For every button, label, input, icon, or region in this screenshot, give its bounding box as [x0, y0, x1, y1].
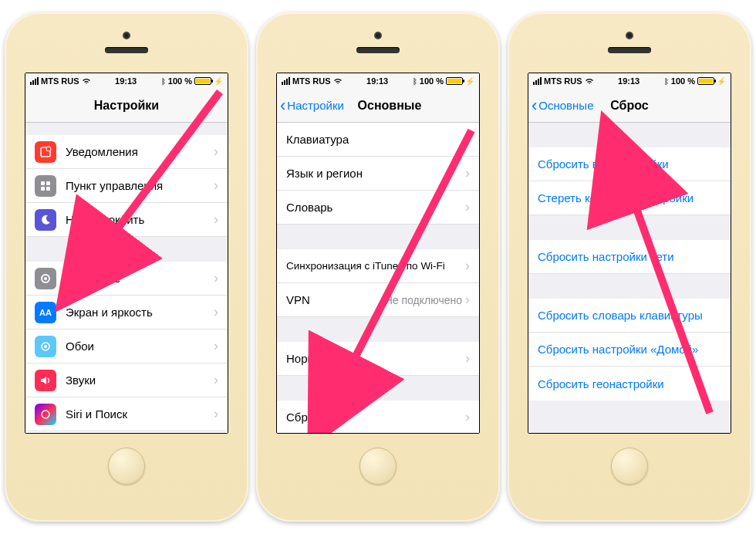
screen-3: MTS RUS 19:13 ᛒ 100 % ⚡ ‹Основные Сброс …	[528, 73, 731, 434]
row-reset-keyboard[interactable]: Сбросить словарь клавиатуры	[528, 299, 731, 333]
row-touchid[interactable]: Touch ID и код-пароль ›	[25, 431, 228, 433]
home-button[interactable]	[611, 448, 648, 485]
row-label: Основные	[66, 272, 214, 285]
chevron-right-icon: ›	[465, 292, 470, 308]
row-label: Клавиатура	[286, 133, 465, 146]
status-bar: MTS RUS 19:13 ᛒ 100 % ⚡	[277, 73, 479, 89]
chevron-right-icon: ›	[214, 270, 218, 286]
svg-rect-5	[46, 187, 50, 191]
row-keyboard[interactable]: Клавиатура ›	[277, 123, 479, 157]
phone-frame-3: MTS RUS 19:13 ᛒ 100 % ⚡ ‹Основные Сброс …	[508, 12, 751, 522]
status-time: 19:13	[618, 76, 640, 86]
wifi-icon	[585, 77, 594, 85]
chevron-right-icon: ›	[465, 165, 470, 181]
phone-frame-2: MTS RUS 19:13 ᛒ 100 % ⚡ ‹Настройки Основ…	[256, 12, 500, 522]
chevron-right-icon: ›	[465, 350, 470, 367]
row-display[interactable]: AA Экран и яркость ›	[25, 296, 228, 330]
earpiece	[356, 47, 400, 53]
row-label: Сбросить настройки сети	[538, 250, 721, 263]
siri-icon	[35, 404, 56, 425]
status-right: ᛒ 100 % ⚡	[413, 76, 474, 86]
row-regulatory[interactable]: Нормативы ›	[277, 342, 479, 376]
row-vpn[interactable]: VPN Не подключено ›	[277, 283, 479, 317]
bluetooth-icon: ᛒ	[664, 77, 669, 86]
home-button[interactable]	[108, 448, 145, 485]
status-bar: MTS RUS 19:13 ᛒ 100 % ⚡	[25, 73, 228, 89]
status-left: MTS RUS	[533, 76, 594, 86]
camera-dot	[374, 32, 382, 39]
chevron-right-icon: ›	[214, 211, 218, 228]
svg-rect-2	[41, 181, 45, 185]
row-reset-location[interactable]: Сбросить геонастройки	[528, 367, 731, 400]
navbar: ‹Основные Сброс	[528, 89, 731, 123]
phone-top	[508, 12, 751, 73]
back-label: Основные	[538, 99, 593, 112]
general-list: Клавиатура › Язык и регион › Словарь › С…	[277, 123, 479, 433]
page-title: Настройки	[25, 99, 228, 113]
row-label: Сбросить все настройки	[538, 157, 721, 171]
settings-list: Уведомления › Пункт управления › Не бесп…	[25, 123, 228, 433]
row-itunes-wifi[interactable]: Синхронизация с iTunes по Wi-Fi ›	[277, 249, 479, 283]
row-reset[interactable]: Сброс ›	[277, 400, 479, 433]
back-button[interactable]: ‹Настройки	[277, 99, 344, 112]
row-label: Сбросить настройки «Домой»	[538, 343, 721, 356]
chevron-right-icon: ›	[214, 304, 218, 320]
row-sounds[interactable]: Звуки ›	[25, 363, 228, 397]
signal-icon	[282, 77, 290, 85]
camera-dot	[626, 32, 633, 39]
svg-rect-4	[41, 187, 45, 191]
battery-icon	[446, 77, 463, 85]
row-label: Нормативы	[286, 352, 465, 365]
status-time: 19:13	[366, 76, 388, 86]
row-language[interactable]: Язык и регион ›	[277, 157, 479, 191]
chevron-right-icon: ›	[465, 131, 470, 147]
battery-icon	[194, 77, 211, 85]
row-control-center[interactable]: Пункт управления ›	[25, 169, 228, 203]
wifi-icon	[333, 77, 343, 85]
wallpaper-icon	[35, 336, 56, 357]
row-notifications[interactable]: Уведомления ›	[25, 135, 228, 169]
status-right: ᛒ 100 % ⚡	[664, 76, 726, 86]
row-wallpaper[interactable]: Обои ›	[25, 330, 228, 363]
row-label: Язык и регион	[286, 167, 465, 180]
chevron-right-icon: ›	[214, 338, 218, 354]
row-label: Сброс	[286, 411, 465, 424]
row-label: VPN	[286, 293, 385, 306]
charging-icon: ⚡	[214, 77, 223, 86]
phone-frame-1: MTS RUS 19:13 ᛒ 100 % ⚡ Настройки	[5, 12, 248, 522]
row-label: Синхронизация с iTunes по Wi-Fi	[286, 260, 465, 272]
status-left: MTS RUS	[30, 76, 91, 86]
row-do-not-disturb[interactable]: Не беспокоить ›	[25, 203, 228, 237]
battery-text: 100 %	[168, 76, 192, 86]
row-siri[interactable]: Siri и Поиск ›	[25, 397, 228, 431]
row-reset-all[interactable]: Сбросить все настройки	[528, 147, 731, 181]
svg-rect-3	[46, 181, 50, 185]
row-label: Siri и Поиск	[66, 407, 214, 421]
row-label: Пункт управления	[66, 179, 214, 192]
home-button[interactable]	[359, 448, 397, 485]
row-label: Не беспокоить	[66, 213, 214, 226]
wifi-icon	[82, 77, 91, 85]
row-dictionary[interactable]: Словарь ›	[277, 191, 479, 225]
svg-point-10	[42, 411, 49, 418]
carrier-label: MTS RUS	[41, 76, 79, 86]
control-center-icon	[35, 175, 56, 197]
chevron-right-icon: ›	[465, 258, 470, 274]
back-button[interactable]: ‹Основные	[528, 99, 594, 112]
status-time: 19:13	[115, 76, 137, 86]
row-label: Словарь	[286, 201, 465, 214]
svg-point-1	[46, 147, 51, 151]
carrier-label: MTS RUS	[544, 76, 582, 86]
row-general[interactable]: Основные ›	[25, 262, 228, 296]
row-erase-all[interactable]: Стереть контент и настройки	[528, 181, 731, 215]
row-label: Сбросить словарь клавиатуры	[538, 309, 721, 322]
row-label: Стереть контент и настройки	[538, 191, 721, 204]
gear-icon	[35, 268, 56, 289]
row-reset-network[interactable]: Сбросить настройки сети	[528, 240, 731, 274]
display-icon: AA	[35, 302, 56, 323]
earpiece	[608, 47, 651, 53]
moon-icon	[35, 209, 56, 231]
speaker-icon	[35, 370, 56, 391]
chevron-right-icon: ›	[214, 177, 218, 194]
row-reset-home[interactable]: Сбросить настройки «Домой»	[528, 333, 731, 367]
